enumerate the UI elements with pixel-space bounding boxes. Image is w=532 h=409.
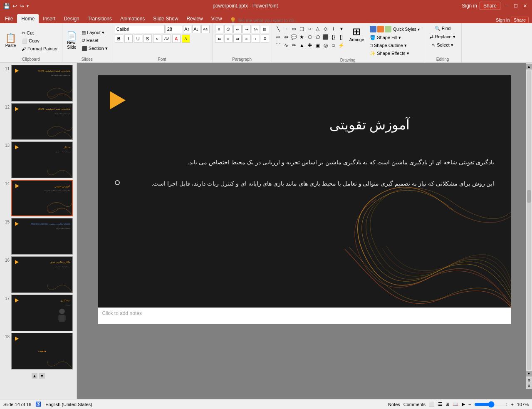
indent-decrease-button[interactable]: ⇤ — [233, 25, 242, 33]
shape-donut[interactable]: ◎ — [322, 42, 329, 49]
paste-button[interactable]: 📋 Paste — [2, 33, 19, 49]
shape-oval[interactable]: ○ — [306, 25, 314, 32]
align-right-button[interactable]: ➡ — [233, 35, 242, 43]
tab-review[interactable]: Review — [182, 14, 207, 23]
signin-ribbon-button[interactable]: Sign in — [496, 17, 510, 22]
shape-freeform[interactable]: ✏ — [290, 42, 298, 49]
shape-hexagon[interactable]: ⬡ — [306, 33, 314, 41]
quick-styles-button[interactable]: Quick Styles ▾ — [368, 25, 421, 33]
slide-item-11[interactable]: 11 شبکه های عصبی کانولوشنی (CNN) متن توض… — [2, 65, 74, 102]
justify-button[interactable]: ≡ — [242, 35, 251, 43]
align-center-button[interactable]: ≡ — [224, 35, 233, 43]
slide-sorter-button[interactable]: ⊞ — [445, 402, 449, 407]
smartart-button[interactable]: ⚙ — [261, 35, 269, 43]
zoom-out-button[interactable]: − — [468, 402, 471, 407]
shape-rect[interactable]: ▭ — [290, 25, 298, 32]
layout-button[interactable]: ▤ Layout ▾ — [80, 29, 109, 36]
font-increase-button[interactable]: A↑ — [183, 25, 191, 33]
panel-scroll-up[interactable]: ▲ — [32, 373, 37, 379]
slide-canvas[interactable]: آموزش تقویتی یادگیری تقویتی شاخه ای از ی… — [98, 75, 511, 307]
shape-star[interactable]: ★ — [298, 33, 306, 41]
shape-triangle[interactable]: △ — [314, 25, 322, 32]
numbering-button[interactable]: ① — [224, 25, 233, 33]
underline-button[interactable]: U — [134, 35, 142, 43]
font-name-input[interactable] — [115, 25, 165, 33]
shape-diamond[interactable]: ◇ — [322, 25, 329, 32]
tab-home[interactable]: Home — [17, 14, 39, 23]
shape-curve[interactable]: ∿ — [282, 42, 290, 49]
shape-plaque[interactable]: ▣ — [314, 42, 322, 49]
shape-rounded-rect[interactable]: ▢ — [298, 25, 306, 32]
font-color-button[interactable]: A — [172, 35, 181, 43]
save-icon[interactable]: 💾 — [3, 3, 10, 9]
shape-cube[interactable]: ⬛ — [322, 33, 329, 41]
slide-item-18[interactable]: 18 ماهیت — [2, 333, 74, 369]
slide-thumb-12[interactable]: شبکه های عصبی کانولوشنی (RNN) متن توضیحی… — [11, 103, 73, 140]
minimize-icon[interactable]: ─ — [503, 3, 510, 9]
indent-increase-button[interactable]: ⇥ — [242, 25, 251, 33]
arrange-button[interactable]: ⊞ Arrange — [347, 25, 367, 43]
slide-item-16[interactable]: 16 جایگزین یادگیری عمیق توضیحات اسلاید ش… — [2, 256, 74, 293]
zoom-in-button[interactable]: + — [511, 402, 513, 407]
italic-button[interactable]: I — [124, 35, 133, 43]
bullets-button[interactable]: ≡ — [215, 25, 223, 33]
align-left-button[interactable]: ⬅ — [215, 35, 223, 43]
slide-item-17[interactable]: 17 نتیجه گیری توضیحات — [2, 295, 74, 331]
shape-chevron[interactable]: ⟩ — [330, 25, 337, 32]
outline-view-button[interactable]: ☰ — [438, 402, 442, 407]
section-button[interactable]: ⬛ Section ▾ — [80, 45, 109, 52]
shape-arrow[interactable]: → — [282, 25, 290, 32]
reset-button[interactable]: ↺ Reset — [80, 37, 109, 44]
shape-pentagon[interactable]: ⬠ — [314, 33, 322, 41]
shadow-button[interactable]: s — [153, 35, 161, 43]
shape-outline-button[interactable]: □ Shape Outline ▾ — [368, 42, 421, 49]
tab-slideshow[interactable]: Slide Show — [149, 14, 182, 23]
tab-insert[interactable]: Insert — [39, 14, 59, 23]
normal-view-button[interactable]: ⬜ — [429, 402, 435, 407]
slide-thumb-15[interactable]: Classic یادگیری ماشین - Machine Learning… — [11, 218, 73, 255]
select-button[interactable]: ↖ Select ▾ — [430, 42, 455, 49]
shape-lightning[interactable]: ⚡ — [338, 42, 345, 49]
zoom-slider[interactable] — [474, 401, 507, 408]
slide-thumb-14[interactable]: آموزش تقویتی یادگیری تقویتی شاخه ای از ی… — [11, 180, 73, 216]
scroll-prev-section[interactable]: ⬆ — [526, 377, 532, 383]
notes-button[interactable]: Notes — [388, 402, 400, 407]
shape-more[interactable]: ▾ — [338, 25, 345, 32]
reading-view-button[interactable]: 📖 — [453, 402, 458, 407]
clear-format-button[interactable]: Aa — [201, 25, 210, 33]
undo-icon[interactable]: ↩ — [12, 3, 17, 9]
scroll-next-section[interactable]: ⬇ — [526, 383, 532, 389]
notes-area[interactable]: Click to add notes — [98, 307, 511, 324]
cut-button[interactable]: ✂ Cut — [20, 30, 59, 37]
shape-cross[interactable]: ✚ — [306, 42, 314, 49]
shape-dbl-arrow[interactable]: ⇔ — [282, 33, 290, 41]
replace-button[interactable]: ⇄ Replace ▾ — [428, 33, 457, 40]
slide-item-13[interactable]: 13 تحلیلگر توضیحات اسلاید سیزدهم — [2, 141, 74, 178]
shape-fill-button[interactable]: 🪣 Shape Fill ▾ — [368, 34, 421, 41]
line-spacing-button[interactable]: ↕ — [252, 35, 260, 43]
slide-thumb-11[interactable]: شبکه های عصبی کانولوشنی (CNN) متن توضیحی… — [11, 65, 73, 102]
slide-paragraph-1[interactable]: یادگیری تقویتی شاخه ای از یادگیری ماشین … — [115, 156, 495, 168]
close-icon[interactable]: ✕ — [521, 3, 529, 9]
scroll-thumb[interactable] — [527, 190, 531, 203]
share-button[interactable]: Share — [480, 2, 500, 10]
shape-arrow2[interactable]: ⇨ — [275, 33, 282, 41]
font-decrease-button[interactable]: A↓ — [192, 25, 200, 33]
text-direction-button[interactable]: ↕A — [252, 25, 260, 33]
copy-button[interactable]: ⬜ Copy — [20, 37, 59, 45]
panel-scroll-down[interactable]: ▼ — [39, 373, 45, 379]
scroll-up-button[interactable]: ▲ — [526, 64, 532, 69]
spacing-button[interactable]: AV — [163, 35, 171, 43]
vertical-scrollbar[interactable]: ▲ ▼ ⬆ ⬇ — [526, 63, 532, 389]
slide-thumb-16[interactable]: جایگزین یادگیری عمیق توضیحات اسلاید شانز… — [11, 256, 73, 293]
shape-line[interactable]: ╲ — [275, 25, 282, 32]
slide-item-15[interactable]: 15 Classic یادگیری ماشین - Machine Learn… — [2, 218, 74, 255]
shape-smiley[interactable]: ☺ — [330, 42, 337, 49]
maximize-icon[interactable]: ☐ — [512, 3, 520, 9]
columns-button[interactable]: ▤ — [261, 25, 269, 33]
scroll-down-button[interactable]: ▼ — [526, 371, 532, 377]
comments-button[interactable]: Comments — [403, 402, 426, 407]
shape-brace[interactable]: [] — [338, 33, 345, 41]
find-button[interactable]: 🔍 Find — [433, 25, 452, 32]
tab-animations[interactable]: Animations — [116, 14, 149, 23]
